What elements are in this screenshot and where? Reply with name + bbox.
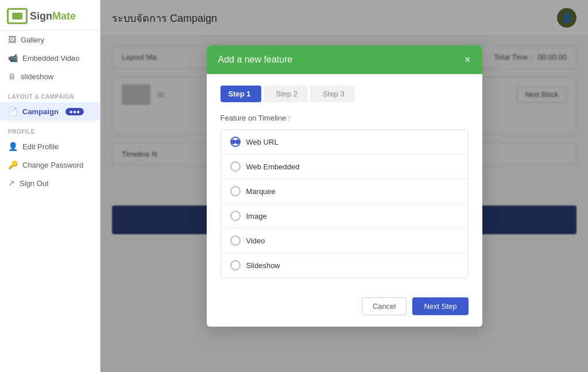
feature-options-list: Web URL Web Embedded Marquee Image	[220, 129, 469, 278]
campaign-badge: ●●●	[65, 108, 84, 115]
campaign-icon: 📄	[8, 107, 18, 116]
modal-dialog: Add a new feature × Step 1 Step 2 Step 3	[207, 45, 482, 327]
logo: SignMate	[0, 0, 100, 30]
option-image[interactable]: Image	[221, 204, 468, 228]
section-layout-campaign: LAYOUT & CAMPAIGN	[0, 86, 100, 102]
option-marquee[interactable]: Marquee	[221, 179, 468, 204]
radio-web-url[interactable]	[230, 137, 241, 147]
step-2[interactable]: Step 2	[264, 86, 308, 102]
modal-footer: Cancel Next Step	[207, 289, 482, 327]
sidebar-item-label: Sign Out	[20, 179, 49, 188]
sidebar-item-label: Gallery	[21, 36, 44, 44]
sidebar-item-edit-profile[interactable]: 👤 Edit Profile	[0, 137, 100, 156]
key-icon: 🔑	[8, 160, 18, 169]
step-3-label: Step 3	[323, 90, 345, 98]
sidebar-item-change-password[interactable]: 🔑 Change Password	[0, 156, 100, 174]
step-2-label: Step 2	[276, 90, 298, 98]
sidebar-item-label: Embedded Video	[22, 54, 80, 63]
signout-icon: ↗	[8, 179, 15, 188]
section-profile: PROFILE	[0, 121, 100, 137]
main-area: ระบบจัดการ Campaign 👤 Layout Ma Total Ti…	[100, 0, 588, 372]
sidebar-item-label: slideshow	[21, 72, 53, 81]
option-label-video: Video	[246, 237, 265, 245]
sidebar-item-gallery[interactable]: 🖼 Gallery	[0, 30, 100, 49]
step-1[interactable]: Step 1	[220, 86, 261, 102]
sidebar-item-campaign[interactable]: 📄 Campaign ●●●	[0, 102, 100, 121]
modal-header: Add a new feature ×	[207, 45, 482, 74]
sidebar-item-label: Edit Profile	[22, 142, 59, 151]
logo-text: SignMate	[30, 10, 76, 22]
radio-web-embedded[interactable]	[230, 161, 241, 172]
option-slideshow[interactable]: Slideshow	[221, 253, 468, 277]
cancel-button[interactable]: Cancel	[362, 297, 407, 315]
sidebar-item-slideshow[interactable]: 🖥 slideshow	[0, 67, 100, 86]
profile-icon: 👤	[8, 142, 18, 151]
option-label-slideshow: Slideshow	[246, 261, 280, 270]
slideshow-icon: 🖥	[8, 72, 16, 81]
option-label-web-url: Web URL	[246, 138, 278, 146]
sidebar-item-label: Campaign	[22, 107, 59, 116]
sidebar-item-sign-out[interactable]: ↗ Sign Out	[0, 174, 100, 192]
option-web-url[interactable]: Web URL	[221, 130, 468, 154]
radio-video[interactable]	[230, 235, 241, 246]
radio-marquee[interactable]	[230, 186, 241, 196]
logo-box	[7, 8, 28, 24]
step-3[interactable]: Step 3	[310, 86, 355, 102]
radio-slideshow[interactable]	[230, 260, 241, 270]
steps-nav: Step 1 Step 2 Step 3	[220, 86, 469, 102]
option-label-web-embedded: Web Embedded	[246, 162, 300, 171]
option-label-image: Image	[246, 212, 267, 220]
radio-checked-dot	[231, 140, 235, 144]
modal-body: Step 1 Step 2 Step 3 Feature on Timeline…	[207, 74, 482, 289]
option-label-marquee: Marquee	[246, 187, 276, 196]
gallery-icon: 🖼	[8, 35, 16, 44]
video-icon: 📹	[8, 53, 18, 63]
modal-overlay: Add a new feature × Step 1 Step 2 Step 3	[100, 0, 588, 372]
next-step-button[interactable]: Next Step	[412, 297, 468, 315]
sidebar-item-label: Change Password	[22, 161, 83, 169]
modal-close-button[interactable]: ×	[465, 55, 471, 65]
option-video[interactable]: Video	[221, 228, 468, 253]
radio-image[interactable]	[230, 211, 241, 221]
step-1-label: Step 1	[229, 90, 251, 98]
modal-title: Add a new feature	[218, 55, 293, 65]
option-web-embedded[interactable]: Web Embedded	[221, 154, 468, 179]
sidebar-item-embedded-video[interactable]: 📹 Embedded Video	[0, 49, 100, 67]
sidebar: SignMate 🖼 Gallery 📹 Embedded Video 🖥 sl…	[0, 0, 100, 372]
feature-on-timeline-label: Feature on Timeline :	[220, 114, 469, 122]
